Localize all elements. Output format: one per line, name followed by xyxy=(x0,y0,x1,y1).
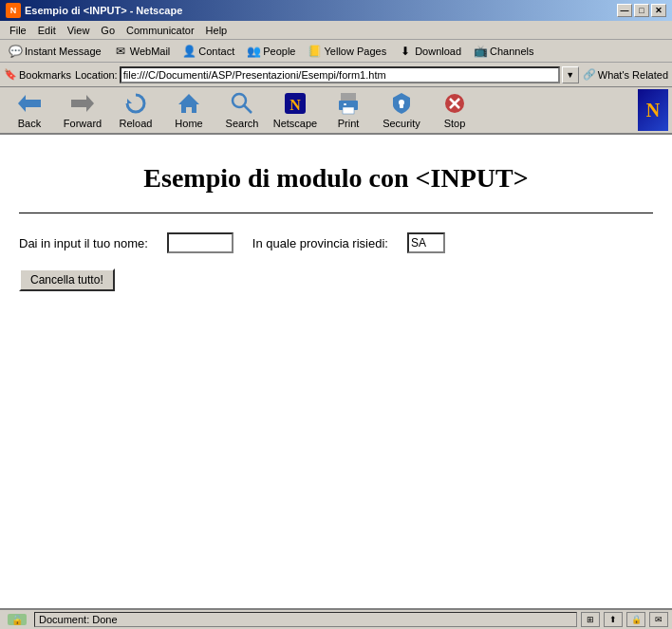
print-button[interactable]: Print xyxy=(323,89,374,131)
stop-label: Stop xyxy=(444,118,466,129)
contact-label: Contact xyxy=(198,46,234,57)
netscape-label: Netscape xyxy=(273,118,317,129)
print-icon xyxy=(335,91,362,116)
download-icon: ⬇ xyxy=(398,44,413,59)
status-icon-3: 🔒 xyxy=(626,612,645,627)
status-bar: 🔓 Document: Done ⊞ ⬆ 🔒 ✉ xyxy=(0,608,672,629)
status-text: Document: Done xyxy=(34,612,577,627)
svg-text:🔓: 🔓 xyxy=(11,614,24,626)
nav-buttons-toolbar: Back Forward Reload Home xyxy=(0,87,672,135)
whats-related-label: What's Related xyxy=(598,69,668,81)
window-title: Esempio di <INPUT> - Netscape xyxy=(25,5,182,16)
svg-point-6 xyxy=(233,94,246,107)
svg-marker-0 xyxy=(18,95,26,112)
instant-message-label: Instant Message xyxy=(25,46,102,57)
webmail-button[interactable]: ✉ WebMail xyxy=(109,43,175,60)
back-icon xyxy=(16,91,43,116)
netscape-icon: N xyxy=(282,91,308,116)
form-row: Dai in input il tuo nome: In quale provi… xyxy=(19,232,653,253)
reset-button[interactable]: Cancella tutto! xyxy=(19,268,115,291)
title-bar: N Esempio di <INPUT> - Netscape — □ ✕ xyxy=(0,0,672,21)
contact-button[interactable]: 👤 Contact xyxy=(177,43,238,60)
instant-message-icon: 💬 xyxy=(8,44,23,59)
button-row: Cancella tutto! xyxy=(19,268,653,291)
app-icon: N xyxy=(6,3,21,18)
back-label: Back xyxy=(18,118,41,129)
svg-line-7 xyxy=(244,105,252,113)
channels-icon: 📺 xyxy=(473,44,488,59)
location-container: Location: ▼ xyxy=(75,66,579,83)
name-label: Dai in input il tuo nome: xyxy=(19,236,148,250)
contact-icon: 👤 xyxy=(181,44,196,59)
search-label: Search xyxy=(226,118,259,129)
security-icon xyxy=(388,91,415,116)
search-icon xyxy=(229,91,255,116)
location-dropdown-button[interactable]: ▼ xyxy=(562,66,579,83)
svg-rect-1 xyxy=(26,100,41,107)
menu-view[interactable]: View xyxy=(62,23,96,38)
close-button[interactable]: ✕ xyxy=(651,4,666,17)
divider xyxy=(19,213,653,213)
svg-marker-4 xyxy=(127,99,132,103)
svg-rect-3 xyxy=(71,100,86,107)
menu-edit[interactable]: Edit xyxy=(32,23,62,38)
location-bar: 🔖 Bookmarks Location: ▼ 🔗 What's Related xyxy=(0,63,672,87)
back-button[interactable]: Back xyxy=(4,89,55,131)
whats-related-icon: 🔗 xyxy=(583,68,596,81)
netscape-logo: N xyxy=(638,89,668,131)
province-input[interactable] xyxy=(407,232,445,253)
yellow-pages-icon: 📒 xyxy=(308,44,323,59)
webmail-label: WebMail xyxy=(130,46,171,57)
status-icon-2: ⬆ xyxy=(604,612,623,627)
status-icon-4: ✉ xyxy=(649,612,668,627)
print-label: Print xyxy=(338,118,360,129)
yellow-pages-label: Yellow Pages xyxy=(325,46,387,57)
svg-rect-12 xyxy=(343,107,354,114)
maximize-button[interactable]: □ xyxy=(634,4,649,17)
name-input[interactable] xyxy=(167,232,233,253)
forward-button[interactable]: Forward xyxy=(57,89,108,131)
channels-label: Channels xyxy=(490,46,533,57)
webmail-icon: ✉ xyxy=(113,44,128,59)
menu-file[interactable]: File xyxy=(4,23,32,38)
menu-go[interactable]: Go xyxy=(95,23,121,38)
stop-button[interactable]: Stop xyxy=(429,89,480,131)
status-lock-icon: 🔓 xyxy=(4,612,30,627)
personal-toolbar: 💬 Instant Message ✉ WebMail 👤 Contact 👥 … xyxy=(0,40,672,63)
bookmarks-icon: 🔖 xyxy=(4,68,17,81)
search-button[interactable]: Search xyxy=(216,89,268,131)
reload-label: Reload xyxy=(120,118,153,129)
location-input[interactable] xyxy=(120,66,560,83)
security-label: Security xyxy=(383,118,420,129)
home-icon xyxy=(176,91,202,116)
security-button[interactable]: Security xyxy=(376,89,427,131)
svg-rect-15 xyxy=(400,104,403,108)
reload-icon xyxy=(122,91,149,116)
bookmarks-button[interactable]: 🔖 Bookmarks xyxy=(4,68,71,81)
svg-marker-2 xyxy=(86,95,94,112)
minimize-button[interactable]: — xyxy=(617,4,632,17)
home-button[interactable]: Home xyxy=(163,89,215,131)
download-button[interactable]: ⬇ Download xyxy=(394,43,465,60)
whats-related-button[interactable]: 🔗 What's Related xyxy=(583,68,668,81)
location-label: Location: xyxy=(75,69,118,81)
svg-marker-5 xyxy=(178,94,199,113)
status-right-icons: ⊞ ⬆ 🔒 ✉ xyxy=(581,612,668,627)
reload-button[interactable]: Reload xyxy=(110,89,161,131)
menu-communicator[interactable]: Communicator xyxy=(121,23,200,38)
yellow-pages-button[interactable]: 📒 Yellow Pages xyxy=(304,43,391,60)
svg-rect-13 xyxy=(344,103,346,105)
people-label: People xyxy=(263,46,295,57)
forward-label: Forward xyxy=(64,118,102,129)
forward-icon xyxy=(69,91,96,116)
instant-message-button[interactable]: 💬 Instant Message xyxy=(4,43,105,60)
province-label: In quale provincia risiedi: xyxy=(252,236,388,250)
netscape-button[interactable]: N Netscape xyxy=(270,89,321,131)
menu-bar: File Edit View Go Communicator Help xyxy=(0,21,672,40)
channels-button[interactable]: 📺 Channels xyxy=(469,43,537,60)
content-area: Esempio di modulo con <INPUT> Dai in inp… xyxy=(0,135,672,608)
people-icon: 👥 xyxy=(246,44,261,59)
page-title: Esempio di modulo con <INPUT> xyxy=(19,144,653,203)
menu-help[interactable]: Help xyxy=(200,23,233,38)
people-button[interactable]: 👥 People xyxy=(242,43,299,60)
